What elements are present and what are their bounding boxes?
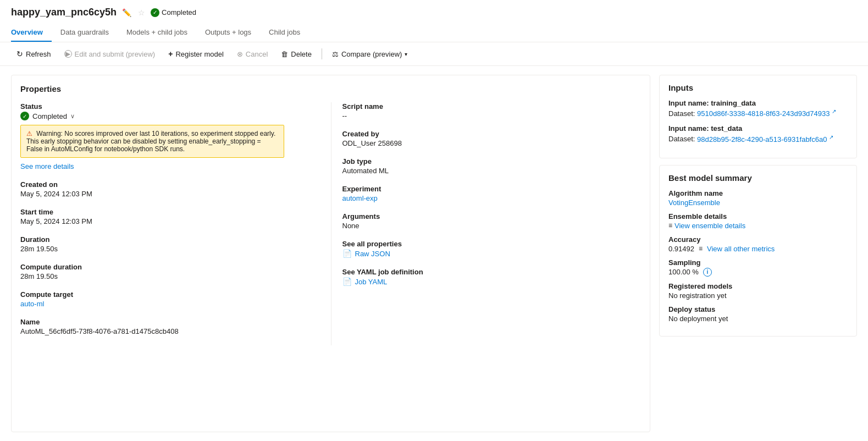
cancel-icon: ⊗ [237, 50, 243, 58]
accuracy-row-item: Accuracy 0.91492 ≡ View all other metric… [668, 235, 848, 253]
registered-models-row: Registered models No registration yet [668, 282, 848, 300]
tab-overview[interactable]: Overview [11, 24, 52, 42]
warning-icon: ⚠ [26, 130, 32, 137]
job-yaml-icon: 📄 [342, 277, 352, 286]
compute-target-link[interactable]: auto-ml [20, 300, 44, 308]
experiment-prop: Experiment automl-exp [342, 185, 642, 202]
page-header: happy_yam_pnc6cy5h ✏️ ☆ ✓ Completed Over… [0, 0, 868, 42]
status-badge: ✓ Completed [151, 8, 196, 17]
compare-button[interactable]: ⚖ Compare (preview) ▾ [327, 47, 413, 61]
compute-duration-value: 28m 19.50s [20, 272, 309, 280]
status-text: Completed [162, 8, 196, 16]
name-label: Name [20, 318, 309, 326]
created-on-prop: Created on May 5, 2024 12:03 PM [20, 180, 309, 198]
raw-json-icon: 📄 [342, 249, 352, 258]
warning-text: Warning: No scores improved over last 10… [26, 130, 275, 153]
yaml-def-prop: See YAML job definition 📄 Job YAML [342, 268, 642, 286]
warning-box: ⚠ Warning: No scores improved over last … [20, 125, 284, 158]
duration-label: Duration [20, 235, 309, 244]
right-panel: Inputs Input name: training_data Dataset… [659, 75, 857, 432]
script-name-label: Script name [342, 102, 642, 111]
duration-value: 28m 19.50s [20, 245, 309, 253]
job-yaml-link[interactable]: 📄 Job YAML [342, 277, 642, 286]
job-type-prop: Job type Automated ML [342, 157, 642, 175]
deploy-value: No deployment yet [668, 315, 848, 323]
status-value: Completed [32, 112, 67, 120]
compute-target-prop: Compute target auto-ml [20, 290, 309, 308]
edit-title-icon[interactable]: ✏️ [121, 7, 132, 18]
input1-dataset-link[interactable]: 9510d86f-3338-4818-8f63-243d93d74933 ↗ [697, 109, 836, 118]
best-model-title: Best model summary [668, 173, 848, 183]
job-type-value: Automated ML [342, 167, 642, 175]
page-title: happy_yam_pnc6cy5h [11, 7, 117, 18]
metrics-icon: ≡ [699, 245, 703, 252]
view-ensemble-link[interactable]: View ensemble details [675, 222, 745, 230]
sampling-value: 100.00 % [668, 268, 699, 276]
main-content: Properties Status ✓ Completed ∨ ⚠ Warnin… [0, 66, 868, 441]
tabs-nav: Overview Data guardrails Models + child … [11, 24, 857, 42]
sampling-info-icon[interactable]: i [703, 268, 712, 277]
algorithm-link[interactable]: VotingEnsemble [668, 199, 720, 207]
input2-dataset-label: Dataset: [668, 135, 695, 144]
duration-prop: Duration 28m 19.50s [20, 235, 309, 253]
start-time-value: May 5, 2024 12:03 PM [20, 217, 309, 225]
created-by-label: Created by [342, 130, 642, 138]
title-row: happy_yam_pnc6cy5h ✏️ ☆ ✓ Completed [11, 7, 857, 24]
arguments-prop: Arguments None [342, 212, 642, 230]
arguments-label: Arguments [342, 212, 642, 220]
name-prop: Name AutoML_56cf6df5-73f8-4076-a781-d147… [20, 318, 309, 335]
algorithm-row: Algorithm name VotingEnsemble [668, 189, 848, 207]
toolbar-divider [322, 48, 322, 59]
script-name-prop: Script name -- [342, 102, 642, 120]
see-more-link[interactable]: See more details [20, 162, 309, 170]
created-on-value: May 5, 2024 12:03 PM [20, 190, 309, 198]
status-chevron-icon[interactable]: ∨ [70, 113, 75, 120]
delete-button[interactable]: 🗑 Delete [275, 47, 317, 61]
tab-child-jobs[interactable]: Child jobs [260, 24, 309, 42]
list-icon: ≡ [668, 222, 672, 229]
refresh-icon: ↻ [16, 49, 23, 58]
edit-submit-button[interactable]: ▶ Edit and submit (preview) [59, 47, 161, 61]
view-metrics-link[interactable]: View all other metrics [707, 245, 775, 253]
start-time-label: Start time [20, 208, 309, 216]
raw-json-link[interactable]: 📄 Raw JSON [342, 249, 642, 258]
input1-dataset-label: Dataset: [668, 109, 695, 118]
created-by-prop: Created by ODL_User 258698 [342, 130, 642, 147]
tab-models-child-jobs[interactable]: Models + child jobs [118, 24, 196, 42]
props-left-col: Status ✓ Completed ∨ ⚠ Warning: No score… [20, 102, 331, 345]
deploy-status-row: Deploy status No deployment yet [668, 305, 848, 323]
ensemble-row: Ensemble details ≡ View ensemble details [668, 212, 848, 230]
tab-outputs-logs[interactable]: Outputs + logs [196, 24, 260, 42]
sampling-row: Sampling 100.00 % i [668, 258, 848, 277]
compute-duration-prop: Compute duration 28m 19.50s [20, 263, 309, 280]
compute-duration-label: Compute duration [20, 263, 309, 271]
experiment-link[interactable]: automl-exp [342, 194, 378, 202]
sampling-value-row: 100.00 % i [668, 268, 848, 277]
name-value: AutoML_56cf6df5-73f8-4076-a781-d1475c8cb… [20, 327, 309, 335]
see-all-label: See all properties [342, 240, 642, 248]
cancel-button[interactable]: ⊗ Cancel [231, 47, 273, 61]
created-by-value: ODL_User 258698 [342, 139, 642, 147]
register-model-button[interactable]: + Register model [163, 47, 229, 61]
play-icon: ▶ [64, 50, 72, 58]
toolbar: ↻ Refresh ▶ Edit and submit (preview) + … [0, 42, 868, 66]
tab-data-guardrails[interactable]: Data guardrails [52, 24, 118, 42]
star-icon[interactable]: ☆ [137, 7, 146, 18]
deploy-label: Deploy status [668, 305, 848, 313]
chevron-down-icon: ▾ [405, 51, 407, 57]
external-link-icon-2: ↗ [829, 134, 833, 140]
job-type-label: Job type [342, 157, 642, 166]
completed-icon: ✓ [151, 8, 159, 17]
input1-dataset: Dataset: 9510d86f-3338-4818-8f63-243d93d… [668, 108, 848, 118]
input2-item: Input name: test_data Dataset: 98d28b95-… [668, 124, 848, 143]
input2-dataset-link[interactable]: 98d28b95-2f8c-4290-a513-6931fabfc6a0 ↗ [697, 135, 833, 144]
arguments-value: None [342, 222, 642, 230]
start-time-prop: Start time May 5, 2024 12:03 PM [20, 208, 309, 225]
refresh-button[interactable]: ↻ Refresh [11, 47, 57, 61]
input2-dataset: Dataset: 98d28b95-2f8c-4290-a513-6931fab… [668, 134, 848, 143]
compute-target-label: Compute target [20, 290, 309, 299]
experiment-label: Experiment [342, 185, 642, 193]
created-on-label: Created on [20, 180, 309, 189]
input2-name: Input name: test_data [668, 124, 848, 133]
registered-label: Registered models [668, 282, 848, 290]
